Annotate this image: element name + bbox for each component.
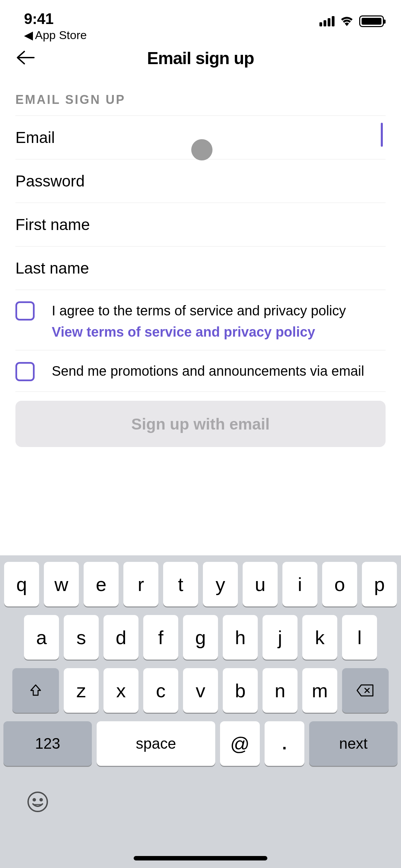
svg-point-1 [33,799,35,801]
key-j[interactable]: j [263,615,297,660]
key-a[interactable]: a [24,615,59,660]
key-y[interactable]: y [203,562,238,606]
key-x[interactable]: x [104,668,138,713]
key-z[interactable]: z [64,668,99,713]
key-dot[interactable]: . [265,721,304,766]
key-123[interactable]: 123 [3,721,92,766]
key-p[interactable]: p [362,562,397,606]
key-v[interactable]: v [183,668,218,713]
keyboard-row-2: a s d f g h j k l [3,615,398,660]
key-next[interactable]: next [309,721,398,766]
key-f[interactable]: f [143,615,178,660]
cellular-signal-icon [319,16,335,26]
key-q[interactable]: q [4,562,39,606]
key-r[interactable]: r [123,562,158,606]
key-at[interactable]: @ [220,721,260,766]
promo-checkbox[interactable] [15,362,35,381]
page-title: Email sign up [15,48,386,68]
battery-icon [359,15,384,27]
key-b[interactable]: b [223,668,258,713]
key-s[interactable]: s [64,615,99,660]
emoji-icon[interactable] [27,791,49,817]
key-space[interactable]: space [97,721,215,766]
key-i[interactable]: i [282,562,317,606]
wifi-icon [339,15,354,27]
section-label: EMAIL SIGN UP [0,79,401,116]
keyboard-row-3: z x c v b n m [3,668,398,713]
key-t[interactable]: t [163,562,198,606]
keyboard-row-1: q w e r t y u i o p [3,562,398,606]
keyboard-row-4: 123 space @ . next [3,721,398,766]
key-u[interactable]: u [243,562,278,606]
nav-header: Email sign up [0,38,401,79]
back-button[interactable] [15,49,35,67]
keyboard: q w e r t y u i o p a s d f g h j k l z … [0,555,401,868]
key-w[interactable]: w [44,562,79,606]
promo-checkbox-row: Send me promotions and announcements via… [15,350,386,392]
key-d[interactable]: d [104,615,138,660]
signup-button[interactable]: Sign up with email [15,401,386,447]
promo-text: Send me promotions and announcements via… [52,361,364,381]
key-e[interactable]: e [84,562,119,606]
key-l[interactable]: l [342,615,377,660]
terms-text: I agree to the terms of service and priv… [52,300,346,321]
terms-link[interactable]: View terms of service and privacy policy [52,324,346,340]
password-field[interactable] [15,159,386,203]
key-shift[interactable] [12,668,59,713]
home-indicator[interactable] [134,856,267,860]
terms-checkbox[interactable] [15,301,35,321]
terms-checkbox-row: I agree to the terms of service and priv… [15,290,386,350]
touch-indicator [191,139,212,160]
key-h[interactable]: h [223,615,258,660]
key-n[interactable]: n [263,668,297,713]
key-delete[interactable] [342,668,389,713]
key-o[interactable]: o [322,562,357,606]
status-bar: 9:41 ◀ App Store [0,0,401,38]
svg-point-0 [28,792,47,811]
status-time: 9:41 [24,10,87,27]
key-g[interactable]: g [183,615,218,660]
last-name-field[interactable] [15,246,386,290]
key-m[interactable]: m [302,668,337,713]
first-name-field[interactable] [15,203,386,246]
svg-point-2 [40,799,42,801]
text-cursor [381,123,383,147]
key-c[interactable]: c [143,668,178,713]
key-k[interactable]: k [302,615,337,660]
